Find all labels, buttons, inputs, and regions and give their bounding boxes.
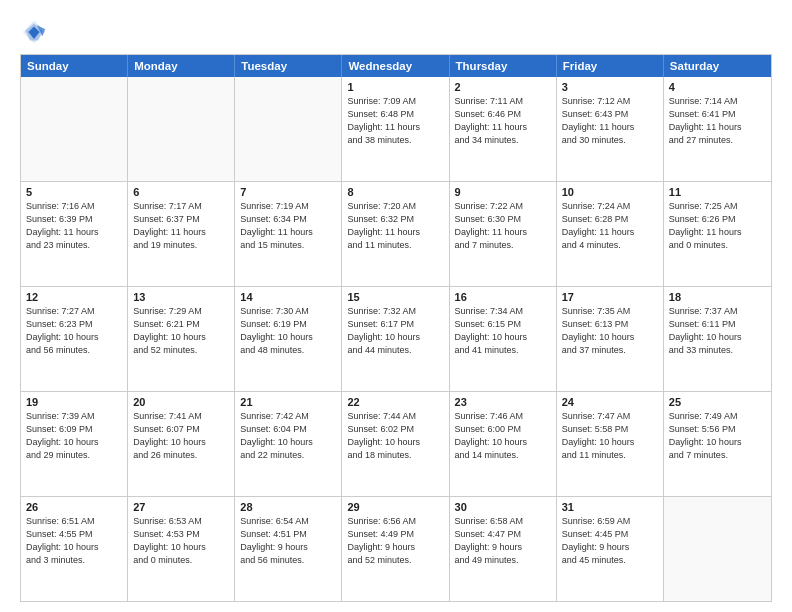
calendar-cell-9: 9Sunrise: 7:22 AM Sunset: 6:30 PM Daylig… [450,182,557,286]
day-info: Sunrise: 7:22 AM Sunset: 6:30 PM Dayligh… [455,200,551,252]
day-number: 19 [26,396,122,408]
day-number: 29 [347,501,443,513]
calendar-header: SundayMondayTuesdayWednesdayThursdayFrid… [21,55,771,77]
calendar-cell-11: 11Sunrise: 7:25 AM Sunset: 6:26 PM Dayli… [664,182,771,286]
day-info: Sunrise: 7:39 AM Sunset: 6:09 PM Dayligh… [26,410,122,462]
day-info: Sunrise: 7:09 AM Sunset: 6:48 PM Dayligh… [347,95,443,147]
day-info: Sunrise: 7:16 AM Sunset: 6:39 PM Dayligh… [26,200,122,252]
calendar-cell-empty-4-6 [664,497,771,601]
calendar-cell-12: 12Sunrise: 7:27 AM Sunset: 6:23 PM Dayli… [21,287,128,391]
day-info: Sunrise: 6:56 AM Sunset: 4:49 PM Dayligh… [347,515,443,567]
day-info: Sunrise: 6:53 AM Sunset: 4:53 PM Dayligh… [133,515,229,567]
page-header [20,18,772,46]
day-number: 15 [347,291,443,303]
weekday-header-saturday: Saturday [664,55,771,77]
calendar-cell-17: 17Sunrise: 7:35 AM Sunset: 6:13 PM Dayli… [557,287,664,391]
day-info: Sunrise: 7:25 AM Sunset: 6:26 PM Dayligh… [669,200,766,252]
day-info: Sunrise: 7:14 AM Sunset: 6:41 PM Dayligh… [669,95,766,147]
weekday-header-tuesday: Tuesday [235,55,342,77]
day-info: Sunrise: 7:24 AM Sunset: 6:28 PM Dayligh… [562,200,658,252]
calendar-cell-7: 7Sunrise: 7:19 AM Sunset: 6:34 PM Daylig… [235,182,342,286]
day-info: Sunrise: 7:41 AM Sunset: 6:07 PM Dayligh… [133,410,229,462]
calendar-row-0: 1Sunrise: 7:09 AM Sunset: 6:48 PM Daylig… [21,77,771,181]
day-number: 17 [562,291,658,303]
calendar-row-1: 5Sunrise: 7:16 AM Sunset: 6:39 PM Daylig… [21,181,771,286]
calendar-cell-5: 5Sunrise: 7:16 AM Sunset: 6:39 PM Daylig… [21,182,128,286]
calendar: SundayMondayTuesdayWednesdayThursdayFrid… [20,54,772,602]
day-number: 7 [240,186,336,198]
day-info: Sunrise: 7:35 AM Sunset: 6:13 PM Dayligh… [562,305,658,357]
day-info: Sunrise: 7:27 AM Sunset: 6:23 PM Dayligh… [26,305,122,357]
calendar-cell-empty-0-2 [235,77,342,181]
day-number: 3 [562,81,658,93]
day-info: Sunrise: 7:11 AM Sunset: 6:46 PM Dayligh… [455,95,551,147]
calendar-cell-13: 13Sunrise: 7:29 AM Sunset: 6:21 PM Dayli… [128,287,235,391]
day-number: 23 [455,396,551,408]
calendar-row-3: 19Sunrise: 7:39 AM Sunset: 6:09 PM Dayli… [21,391,771,496]
day-number: 27 [133,501,229,513]
calendar-body: 1Sunrise: 7:09 AM Sunset: 6:48 PM Daylig… [21,77,771,601]
calendar-cell-29: 29Sunrise: 6:56 AM Sunset: 4:49 PM Dayli… [342,497,449,601]
day-number: 30 [455,501,551,513]
calendar-cell-31: 31Sunrise: 6:59 AM Sunset: 4:45 PM Dayli… [557,497,664,601]
calendar-cell-10: 10Sunrise: 7:24 AM Sunset: 6:28 PM Dayli… [557,182,664,286]
calendar-cell-23: 23Sunrise: 7:46 AM Sunset: 6:00 PM Dayli… [450,392,557,496]
day-number: 5 [26,186,122,198]
calendar-cell-4: 4Sunrise: 7:14 AM Sunset: 6:41 PM Daylig… [664,77,771,181]
calendar-cell-21: 21Sunrise: 7:42 AM Sunset: 6:04 PM Dayli… [235,392,342,496]
day-info: Sunrise: 7:12 AM Sunset: 6:43 PM Dayligh… [562,95,658,147]
day-info: Sunrise: 7:37 AM Sunset: 6:11 PM Dayligh… [669,305,766,357]
day-number: 31 [562,501,658,513]
logo [20,18,52,46]
day-number: 1 [347,81,443,93]
calendar-cell-8: 8Sunrise: 7:20 AM Sunset: 6:32 PM Daylig… [342,182,449,286]
day-number: 18 [669,291,766,303]
day-info: Sunrise: 6:54 AM Sunset: 4:51 PM Dayligh… [240,515,336,567]
weekday-header-thursday: Thursday [450,55,557,77]
weekday-header-wednesday: Wednesday [342,55,449,77]
calendar-cell-24: 24Sunrise: 7:47 AM Sunset: 5:58 PM Dayli… [557,392,664,496]
day-number: 2 [455,81,551,93]
weekday-header-sunday: Sunday [21,55,128,77]
day-info: Sunrise: 7:42 AM Sunset: 6:04 PM Dayligh… [240,410,336,462]
day-info: Sunrise: 7:47 AM Sunset: 5:58 PM Dayligh… [562,410,658,462]
calendar-cell-18: 18Sunrise: 7:37 AM Sunset: 6:11 PM Dayli… [664,287,771,391]
day-info: Sunrise: 6:51 AM Sunset: 4:55 PM Dayligh… [26,515,122,567]
day-info: Sunrise: 7:46 AM Sunset: 6:00 PM Dayligh… [455,410,551,462]
day-number: 14 [240,291,336,303]
calendar-cell-20: 20Sunrise: 7:41 AM Sunset: 6:07 PM Dayli… [128,392,235,496]
day-number: 4 [669,81,766,93]
day-number: 22 [347,396,443,408]
weekday-header-monday: Monday [128,55,235,77]
calendar-cell-14: 14Sunrise: 7:30 AM Sunset: 6:19 PM Dayli… [235,287,342,391]
day-number: 26 [26,501,122,513]
day-info: Sunrise: 7:20 AM Sunset: 6:32 PM Dayligh… [347,200,443,252]
calendar-row-4: 26Sunrise: 6:51 AM Sunset: 4:55 PM Dayli… [21,496,771,601]
day-info: Sunrise: 7:34 AM Sunset: 6:15 PM Dayligh… [455,305,551,357]
calendar-cell-28: 28Sunrise: 6:54 AM Sunset: 4:51 PM Dayli… [235,497,342,601]
day-info: Sunrise: 7:49 AM Sunset: 5:56 PM Dayligh… [669,410,766,462]
day-info: Sunrise: 6:59 AM Sunset: 4:45 PM Dayligh… [562,515,658,567]
day-info: Sunrise: 6:58 AM Sunset: 4:47 PM Dayligh… [455,515,551,567]
day-info: Sunrise: 7:44 AM Sunset: 6:02 PM Dayligh… [347,410,443,462]
day-number: 8 [347,186,443,198]
calendar-cell-3: 3Sunrise: 7:12 AM Sunset: 6:43 PM Daylig… [557,77,664,181]
calendar-cell-empty-0-1 [128,77,235,181]
logo-icon [20,18,48,46]
calendar-cell-16: 16Sunrise: 7:34 AM Sunset: 6:15 PM Dayli… [450,287,557,391]
calendar-row-2: 12Sunrise: 7:27 AM Sunset: 6:23 PM Dayli… [21,286,771,391]
calendar-cell-27: 27Sunrise: 6:53 AM Sunset: 4:53 PM Dayli… [128,497,235,601]
day-number: 16 [455,291,551,303]
weekday-header-friday: Friday [557,55,664,77]
day-number: 12 [26,291,122,303]
day-number: 6 [133,186,229,198]
day-number: 21 [240,396,336,408]
day-info: Sunrise: 7:17 AM Sunset: 6:37 PM Dayligh… [133,200,229,252]
day-number: 13 [133,291,229,303]
day-number: 9 [455,186,551,198]
day-number: 11 [669,186,766,198]
calendar-cell-26: 26Sunrise: 6:51 AM Sunset: 4:55 PM Dayli… [21,497,128,601]
day-number: 28 [240,501,336,513]
calendar-cell-30: 30Sunrise: 6:58 AM Sunset: 4:47 PM Dayli… [450,497,557,601]
calendar-cell-6: 6Sunrise: 7:17 AM Sunset: 6:37 PM Daylig… [128,182,235,286]
